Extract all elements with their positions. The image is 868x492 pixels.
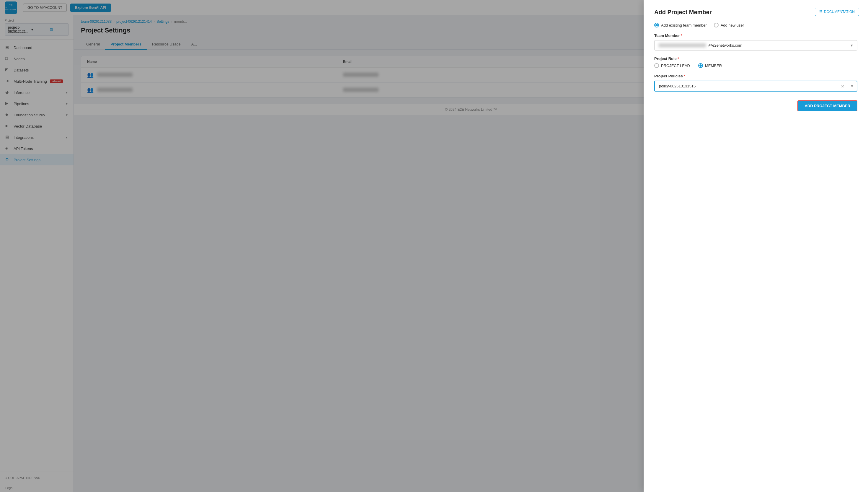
- policy-input-wrapper: ✕ ▼: [654, 81, 858, 92]
- radio-project-lead[interactable]: PROJECT LEAD: [654, 63, 690, 68]
- add-project-member-button[interactable]: ADD PROJECT MEMBER: [797, 100, 858, 111]
- radio-lead-circle: [654, 63, 659, 68]
- role-radio-group: PROJECT LEAD MEMBER: [654, 63, 858, 68]
- policy-dropdown-icon[interactable]: ▼: [847, 84, 857, 88]
- modal-overlay: Add Project Member ☷ DOCUMENTATION Add e…: [0, 0, 868, 492]
- radio-existing-member[interactable]: Add existing team member: [654, 23, 707, 27]
- project-role-label: Project Role *: [654, 56, 858, 61]
- team-member-select-wrapper: @e2enetworks.com ▼: [654, 40, 858, 50]
- policy-clear-icon[interactable]: ✕: [838, 84, 847, 89]
- team-member-label: Team Member *: [654, 33, 858, 38]
- project-policies-label: Project Policies *: [654, 74, 858, 78]
- radio-new-circle: [714, 23, 719, 27]
- team-member-value-row[interactable]: @e2enetworks.com: [655, 41, 857, 50]
- add-project-member-modal: Add Project Member ☷ DOCUMENTATION Add e…: [644, 0, 868, 492]
- radio-member-circle: [698, 63, 703, 68]
- team-member-group: Team Member * @e2enetworks.com ▼: [654, 33, 858, 50]
- radio-member[interactable]: MEMBER: [698, 63, 722, 68]
- policy-input[interactable]: [655, 81, 838, 91]
- radio-new-user[interactable]: Add new user: [714, 23, 744, 27]
- modal-documentation-button[interactable]: ☷ DOCUMENTATION: [815, 8, 859, 16]
- doc-icon: ☷: [819, 10, 822, 14]
- project-role-group: Project Role * PROJECT LEAD MEMBER: [654, 56, 858, 68]
- project-policies-group: Project Policies * ✕ ▼: [654, 74, 858, 92]
- radio-existing-circle: [654, 23, 659, 27]
- modal-actions: ADD PROJECT MEMBER: [654, 97, 858, 111]
- team-member-email-suffix: @e2enetworks.com: [708, 43, 742, 48]
- member-type-radio-group: Add existing team member Add new user: [654, 23, 858, 27]
- team-member-name-blurred: [659, 43, 706, 47]
